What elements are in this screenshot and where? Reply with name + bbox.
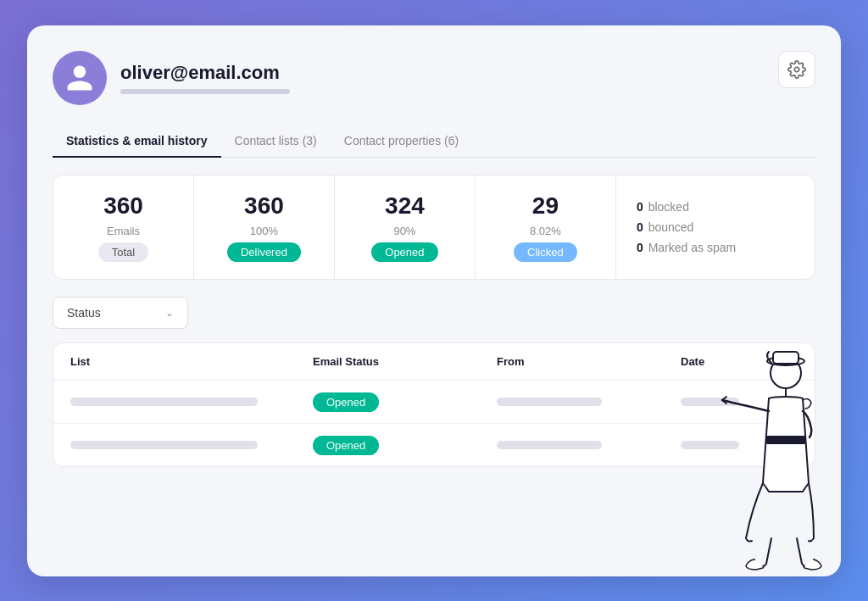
skeleton-from-2 — [497, 441, 602, 449]
opened-number: 324 — [385, 192, 425, 220]
cell-list-2 — [70, 441, 304, 449]
tab-contact-lists[interactable]: Contact lists (3) — [221, 125, 331, 158]
emails-badge[interactable]: Total — [98, 242, 148, 262]
header-left: oliver@email.com — [53, 51, 290, 105]
header: oliver@email.com — [53, 51, 815, 105]
row1-status-badge[interactable]: Opened — [313, 392, 379, 412]
delivered-percent: 100% — [250, 225, 278, 237]
status-dropdown-label: Status — [67, 306, 101, 320]
main-card: oliver@email.com Statistics & email hist… — [27, 25, 841, 576]
skeleton-from-1 — [497, 398, 602, 406]
stat-delivered: 360 100% Delivered — [194, 175, 335, 279]
table-row: Opened — [53, 381, 815, 424]
cell-from-1 — [497, 398, 672, 406]
emails-number: 360 — [103, 192, 143, 220]
chevron-down-icon: ⌄ — [165, 307, 174, 319]
blocked-count: 0 — [637, 200, 643, 214]
header-info: oliver@email.com — [120, 62, 290, 94]
stat-emails: 360 Emails Total — [53, 175, 194, 279]
col-date: Date — [681, 355, 798, 368]
blocked-row: 0 blocked — [637, 200, 794, 214]
spam-count: 0 — [637, 241, 643, 254]
tab-contact-properties[interactable]: Contact properties (6) — [331, 125, 472, 158]
email-table: List Email Status From Date Opened — [53, 342, 815, 467]
spam-label: Marked as spam — [648, 241, 736, 254]
table-row: Opened — [53, 424, 815, 466]
bounced-count: 0 — [637, 220, 643, 234]
skeleton-list-2 — [70, 441, 258, 449]
skeleton-date-1 — [681, 398, 739, 406]
opened-badge[interactable]: Opened — [371, 242, 437, 262]
cell-from-2 — [497, 441, 672, 449]
emails-label: Emails — [107, 225, 140, 237]
settings-button[interactable] — [778, 51, 815, 88]
filter-row: Status ⌄ — [53, 297, 815, 329]
header-bar — [120, 89, 290, 94]
col-list: List — [70, 355, 304, 368]
status-dropdown[interactable]: Status ⌄ — [53, 297, 188, 329]
delivered-number: 360 — [244, 192, 284, 220]
clicked-percent: 8.02% — [530, 225, 561, 237]
col-email-status: Email Status — [313, 355, 488, 368]
spam-row: 0 Marked as spam — [637, 241, 794, 254]
cell-status-1: Opened — [313, 394, 488, 409]
stat-other: 0 blocked 0 bounced 0 Marked as spam — [616, 175, 815, 279]
skeleton-list-1 — [70, 398, 258, 406]
table-header: List Email Status From Date — [53, 343, 815, 381]
opened-percent: 90% — [393, 225, 415, 237]
bounced-row: 0 bounced — [637, 220, 794, 234]
tabs-bar: Statistics & email history Contact lists… — [53, 125, 815, 158]
avatar — [53, 51, 107, 105]
tab-statistics[interactable]: Statistics & email history — [53, 125, 221, 158]
blocked-label: blocked — [648, 200, 689, 214]
stats-grid: 360 Emails Total 360 100% Delivered 324 … — [53, 175, 815, 280]
clicked-badge[interactable]: Clicked — [514, 242, 577, 262]
stat-clicked: 29 8.02% Clicked — [476, 175, 616, 279]
row2-status-badge[interactable]: Opened — [313, 436, 379, 455]
stat-opened: 324 90% Opened — [335, 175, 476, 279]
svg-point-0 — [794, 67, 799, 72]
clicked-number: 29 — [532, 192, 559, 220]
email-title: oliver@email.com — [120, 62, 290, 84]
bounced-label: bounced — [648, 220, 694, 234]
cell-status-2: Opened — [313, 437, 488, 453]
cell-date-2 — [681, 441, 798, 449]
delivered-badge[interactable]: Delivered — [227, 242, 301, 262]
cell-list-1 — [70, 398, 304, 406]
col-from: From — [497, 355, 672, 368]
skeleton-date-2 — [681, 441, 739, 449]
cell-date-1 — [681, 398, 798, 406]
